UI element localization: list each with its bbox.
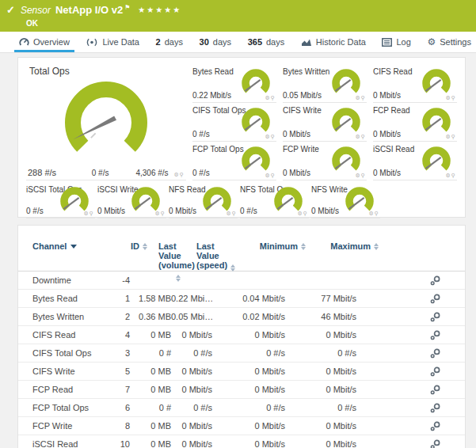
tab-label: Log — [396, 37, 410, 47]
gear-icon[interactable]: ⚙ — [446, 173, 451, 178]
gauge-tile-fcp-read[interactable]: FCP Read0 Mbit/s⚙⚲ — [373, 103, 457, 142]
gauge-tile-bytes-read[interactable]: Bytes Read0.22 Mbit/s⚙⚲ — [192, 64, 276, 103]
channel-gauge-value: 0 Mbit/s — [373, 130, 401, 139]
column-header-last-value-speed[interactable]: Last Value (speed) — [193, 241, 238, 271]
gear-icon[interactable]: ⚙ — [298, 211, 303, 216]
tab-log[interactable]: Log — [382, 32, 410, 52]
column-header-id[interactable]: ID — [112, 241, 147, 251]
table-row-bytes-written[interactable]: Bytes Written20.36 MB0.05 Mbi…0.02 Mbit/… — [18, 308, 465, 326]
column-header-maximum[interactable]: Maximum — [306, 241, 379, 251]
column-header-channel[interactable]: Channel — [32, 241, 112, 251]
channel-settings-wrench-icon[interactable] — [430, 312, 440, 322]
channel-settings-wrench-icon[interactable] — [430, 366, 440, 377]
gear-icon[interactable]: ⚙ — [369, 211, 375, 216]
priority-stars[interactable]: ★★★★★ — [138, 6, 181, 14]
gauge-tile-cifs-write[interactable]: CIFS Write0 Mbit/s⚙⚲ — [283, 103, 367, 142]
pin-icon[interactable]: ⚲ — [361, 134, 366, 139]
table-row-fcp-total-ops[interactable]: FCP Total Ops60 #0 #/s0 #/s0 #/s — [18, 399, 465, 417]
pin-icon[interactable]: ⚲ — [271, 173, 276, 178]
pin-icon[interactable]: ⚲ — [161, 211, 166, 216]
channel-settings-wrench-icon[interactable] — [430, 403, 440, 413]
gauge-tile-iscsi-write[interactable]: iSCSI Write0 Mbit/s⚙⚲ — [97, 182, 166, 218]
channel-gauge-value: 0 Mbit/s — [97, 207, 125, 215]
gear-icon[interactable]: ⚙ — [155, 211, 161, 216]
cell-id: 4 — [112, 330, 130, 340]
cell-maximum: 0 #/s — [285, 348, 356, 358]
channel-settings-wrench-icon[interactable] — [430, 294, 440, 304]
cell-channel: iSCSI Read — [32, 439, 112, 448]
flag-icon[interactable]: ⚑ — [124, 4, 130, 11]
tab-365-days[interactable]: 365days — [248, 32, 285, 52]
table-row-downtime[interactable]: Downtime-4 — [18, 271, 465, 290]
gear-icon[interactable]: ⚙ — [446, 134, 451, 139]
pin-icon[interactable]: ⚲ — [451, 134, 456, 139]
tab-30-days[interactable]: 30days — [200, 32, 232, 52]
cell-last-value-speed: 0 #/s — [171, 403, 212, 412]
gauge-tile-bytes-written[interactable]: Bytes Written0.05 Mbit/s⚙⚲ — [283, 64, 367, 103]
pin-icon[interactable]: ⚲ — [451, 173, 456, 178]
gear-icon[interactable]: ⚙ — [84, 211, 89, 216]
gear-icon[interactable]: ⚙ — [265, 134, 271, 139]
gauge-tile-fcp-write[interactable]: FCP Write0 Mbit/s⚙⚲ — [283, 142, 367, 180]
main-gauge[interactable] — [26, 77, 186, 165]
cell-channel: CIFS Write — [32, 366, 112, 376]
pin-icon[interactable]: ⚲ — [232, 211, 237, 216]
tab-live-data[interactable]: Live Data — [86, 32, 139, 52]
cell-minimum: 0 #/s — [212, 403, 285, 412]
cell-maximum: 46 Mbit/s — [285, 312, 356, 321]
table-row-cifs-total-ops[interactable]: CIFS Total Ops30 #0 #/s0 #/s0 #/s — [18, 344, 465, 363]
pin-icon[interactable]: ⚲ — [271, 95, 276, 101]
gauge-tile-iscsi-read[interactable]: iSCSI Read0 Mbit/s⚙⚲ — [373, 142, 457, 180]
gear-icon[interactable]: ⚙ — [446, 95, 451, 101]
gauge-tile-iscsi-total-ops[interactable]: iSCSI Total Ops0 #/s⚙⚲ — [26, 182, 95, 218]
gear-icon[interactable]: ⚙ — [174, 172, 180, 177]
channel-settings-wrench-icon[interactable] — [430, 439, 440, 448]
gear-icon[interactable]: ⚙ — [356, 95, 361, 101]
gear-icon[interactable]: ⚙ — [356, 173, 361, 178]
pin-icon[interactable]: ⚲ — [361, 95, 366, 101]
gauge-tile-cifs-read[interactable]: CIFS Read0 Mbit/s⚙⚲ — [373, 64, 457, 103]
pin-icon[interactable]: ⚲ — [180, 172, 185, 177]
table-row-cifs-read[interactable]: CIFS Read40 MB0 Mbit/s0 Mbit/s0 Mbit/s — [18, 326, 465, 344]
tab-settings[interactable]: ⚙Settings — [427, 32, 471, 52]
column-header-minimum[interactable]: Minimum — [238, 241, 306, 251]
tab-historic-data[interactable]: Historic Data — [301, 32, 366, 52]
gauge-tile-nfs-read[interactable]: NFS Read0 Mbit/s⚙⚲ — [169, 182, 238, 218]
channel-settings-wrench-icon[interactable] — [430, 421, 440, 431]
cell-last-value-volume: 0.36 MB — [130, 312, 171, 321]
tab-2-days[interactable]: 2days — [156, 32, 183, 52]
table-row-fcp-read[interactable]: FCP Read70 MB0 Mbit/s0 Mbit/s0 Mbit/s — [18, 381, 465, 399]
cell-id: 1 — [112, 294, 130, 303]
main-gauge-dial[interactable] — [39, 77, 173, 165]
pin-icon[interactable]: ⚲ — [271, 134, 276, 139]
tab-label: days — [213, 37, 231, 47]
table-row-iscsi-read[interactable]: iSCSI Read100 MB0 Mbit/s0 Mbit/s0 Mbit/s — [18, 435, 465, 448]
table-row-cifs-write[interactable]: CIFS Write50 MB0 Mbit/s0 Mbit/s0 Mbit/s — [18, 363, 465, 381]
pin-icon[interactable]: ⚲ — [375, 211, 379, 216]
gauge-tile-nfs-write[interactable]: NFS Write0 Mbit/s⚙⚲ — [311, 182, 380, 218]
gear-icon[interactable]: ⚙ — [356, 134, 361, 139]
gauge-tile-fcp-total-ops[interactable]: FCP Total Ops0 #/s⚙⚲ — [192, 142, 276, 180]
main-gauge-scale-min: 0 #/s — [92, 169, 109, 177]
pin-icon[interactable]: ⚲ — [361, 173, 366, 178]
channel-settings-wrench-icon[interactable] — [430, 275, 440, 286]
channel-settings-wrench-icon[interactable] — [430, 330, 440, 340]
channel-gauge-value: 0 #/s — [26, 207, 44, 215]
pin-icon[interactable]: ⚲ — [89, 211, 94, 216]
column-header-last-value-volume[interactable]: Last Value (volume) — [147, 241, 193, 282]
gauge-tile-nfs-total-ops[interactable]: NFS Total Ops0 #/s⚙⚲ — [240, 182, 309, 218]
pin-icon[interactable]: ⚲ — [303, 211, 308, 216]
tab-bar: OverviewLive Data2days30days365daysHisto… — [0, 32, 476, 53]
channel-settings-wrench-icon[interactable] — [430, 385, 440, 395]
table-row-fcp-write[interactable]: FCP Write80 MB0 Mbit/s0 Mbit/s0 Mbit/s — [18, 417, 465, 435]
gear-icon[interactable]: ⚙ — [265, 173, 271, 178]
channel-settings-wrench-icon[interactable] — [430, 348, 440, 359]
pin-icon[interactable]: ⚲ — [451, 95, 456, 101]
cell-id: 10 — [112, 439, 130, 448]
gear-icon[interactable]: ⚙ — [227, 211, 232, 216]
gauge-tile-cifs-total-ops[interactable]: CIFS Total Ops0 #/s⚙⚲ — [192, 103, 276, 142]
table-row-bytes-read[interactable]: Bytes Read11.58 MB0.22 Mbi…0.04 Mbit/s77… — [18, 290, 465, 308]
tab-overview[interactable]: Overview — [19, 32, 70, 52]
channel-gauge-value: 0 #/s — [192, 130, 210, 139]
gear-icon[interactable]: ⚙ — [265, 95, 271, 101]
